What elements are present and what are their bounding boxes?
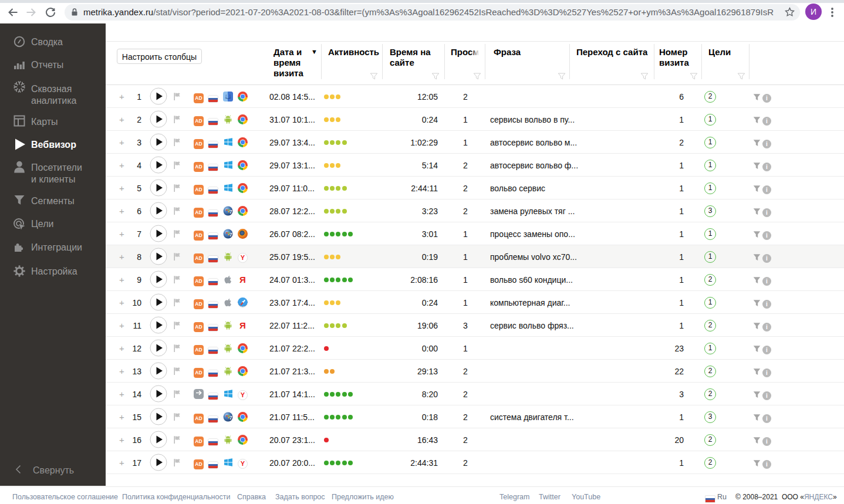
svg-text:7: 7 (229, 415, 232, 421)
svg-text:7: 7 (229, 232, 232, 238)
svg-text:7: 7 (229, 209, 232, 215)
